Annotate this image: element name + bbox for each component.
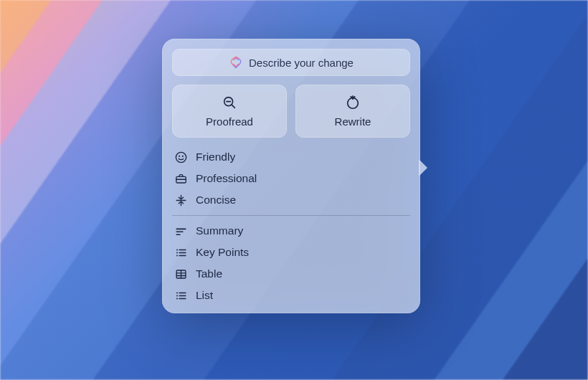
option-friendly-label: Friendly — [196, 151, 235, 163]
option-list-label: List — [196, 289, 213, 302]
svg-point-20 — [176, 252, 178, 253]
option-concise[interactable]: Concise — [172, 189, 410, 211]
svg-point-32 — [176, 298, 178, 299]
briefcase-icon — [174, 171, 188, 186]
option-professional[interactable]: Professional — [172, 168, 410, 189]
rewrite-button[interactable]: Rewrite — [295, 85, 410, 138]
summary-icon — [174, 224, 188, 238]
proofread-label: Proofread — [206, 115, 253, 128]
apple-intelligence-icon — [229, 55, 243, 70]
rewrite-icon — [345, 95, 361, 110]
option-professional-label: Professional — [196, 172, 257, 185]
option-table[interactable]: Table — [172, 263, 410, 285]
popover-panel: Describe your change Proofread — [162, 39, 420, 313]
proofread-button[interactable]: Proofread — [172, 85, 287, 138]
option-list[interactable]: List — [172, 285, 410, 306]
bullet-list-icon — [174, 245, 188, 260]
format-options: Summary Key Points — [172, 220, 410, 306]
svg-point-22 — [176, 255, 178, 256]
option-keypoints-label: Key Points — [196, 246, 249, 259]
svg-line-1 — [232, 105, 234, 108]
list-icon — [174, 288, 188, 303]
describe-change-input[interactable]: Describe your change — [172, 49, 410, 76]
primary-actions: Proofread Rewrite — [172, 85, 410, 138]
divider — [172, 215, 410, 216]
option-summary[interactable]: Summary — [172, 220, 410, 242]
svg-point-18 — [176, 249, 178, 250]
svg-point-9 — [182, 156, 183, 156]
option-summary-label: Summary — [196, 224, 243, 237]
svg-point-8 — [179, 156, 179, 156]
concise-icon — [174, 193, 188, 207]
table-icon — [174, 267, 188, 281]
option-friendly[interactable]: Friendly — [172, 146, 410, 168]
option-concise-label: Concise — [196, 194, 236, 206]
option-keypoints[interactable]: Key Points — [172, 242, 410, 263]
option-table-label: Table — [196, 267, 222, 280]
popover-arrow — [419, 159, 427, 176]
smile-icon — [174, 150, 188, 164]
proofread-icon — [222, 95, 237, 110]
svg-point-28 — [176, 292, 178, 293]
tone-options: Friendly Professional — [172, 146, 410, 211]
svg-point-30 — [176, 295, 178, 296]
describe-change-placeholder: Describe your change — [249, 57, 354, 69]
rewrite-label: Rewrite — [335, 115, 371, 128]
svg-point-7 — [176, 152, 186, 162]
writing-tools-popover: Describe your change Proofread — [162, 39, 420, 313]
